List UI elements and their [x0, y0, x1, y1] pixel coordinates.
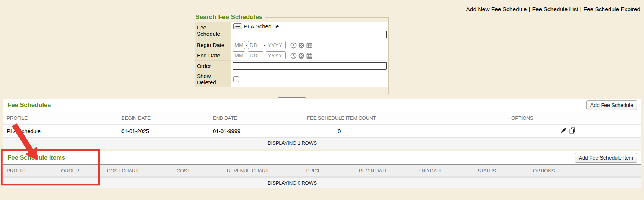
fee-schedule-table-row[interactable]: PLA Schedule 01-01-2025 01-01-9999 0	[3, 124, 641, 138]
add-new-fee-schedule-link[interactable]: Add New Fee Schedule	[466, 6, 527, 12]
cell-end-date: 01-01-9999	[209, 124, 303, 138]
end-date-month-input[interactable]	[233, 51, 245, 59]
fee-schedule-items-panel: Fee Schedule Items Add Fee Schedule Item…	[3, 151, 641, 188]
end-date-field: --	[231, 50, 388, 61]
row-option-icons	[561, 127, 575, 134]
fee-schedules-table: PROFILE BEGIN DATE END DATE FEE SCHEDULE…	[3, 112, 641, 149]
begin-date-row: Begin Date --	[195, 40, 388, 50]
fee-schedule-expired-link[interactable]: Fee Schedule Expired	[583, 6, 640, 12]
begin-date-label: Begin Date	[195, 40, 231, 50]
col-cost: COST	[153, 165, 214, 177]
begin-date-icons	[290, 42, 313, 49]
calendar-icon[interactable]	[306, 42, 313, 49]
col-price: PRICE	[281, 165, 346, 177]
search-fee-schedules-section: Search Fee Schedules Fee Schedule — PLA …	[195, 13, 389, 106]
fee-schedule-input[interactable]	[233, 31, 387, 38]
order-input[interactable]	[233, 62, 387, 70]
fee-schedules-header-row: PROFILE BEGIN DATE END DATE FEE SCHEDULE…	[3, 112, 641, 124]
fee-schedule-items-footer-row: DISPLAYING 0 ROWS	[3, 177, 641, 188]
order-label: Order	[195, 61, 231, 71]
displaying-rows-label: DISPLAYING 0 ROWS	[3, 177, 641, 188]
fee-schedules-title: Fee Schedules	[7, 101, 51, 109]
col-profile: PROFILE	[3, 165, 48, 177]
fee-schedules-footer-row: DISPLAYING 1 ROWS	[3, 138, 641, 149]
copy-icon[interactable]	[569, 127, 575, 134]
col-begin-date: BEGIN DATE	[346, 165, 401, 177]
col-end-date: END DATE	[401, 165, 460, 177]
col-options: OPTIONS	[508, 112, 641, 124]
order-row: Order	[195, 61, 388, 71]
end-date-day-input[interactable]	[248, 51, 263, 59]
add-fee-schedule-item-button[interactable]: Add Fee Schedule Item	[575, 153, 637, 163]
selected-fee-schedule-tag: — PLA Schedule	[233, 23, 387, 31]
col-options: OPTIONS	[514, 165, 641, 177]
calendar-icon[interactable]	[306, 53, 313, 59]
end-date-label: End Date	[195, 50, 231, 61]
end-date-year-input[interactable]	[266, 51, 286, 59]
fee-schedule-items-table: PROFILE ORDER COST CHART COST REVENUE CH…	[3, 165, 641, 188]
col-cost-chart: COST CHART	[92, 165, 153, 177]
search-fieldset: Search Fee Schedules Fee Schedule — PLA …	[195, 13, 389, 94]
displaying-rows-label: DISPLAYING 1 ROWS	[3, 138, 641, 149]
begin-date-day-input[interactable]	[248, 41, 263, 49]
begin-date-year-input[interactable]	[266, 41, 286, 49]
date-separator: -	[264, 42, 266, 48]
col-end-date: END DATE	[209, 112, 303, 124]
fee-schedule-row: Fee Schedule — PLA Schedule	[195, 22, 388, 40]
order-field	[231, 61, 388, 71]
fee-schedule-items-title: Fee Schedule Items	[7, 154, 65, 161]
fee-schedule-items-header: Fee Schedule Items Add Fee Schedule Item	[3, 151, 641, 164]
clock-icon[interactable]	[290, 42, 297, 49]
cell-profile: PLA Schedule	[3, 124, 118, 138]
search-form-table: Fee Schedule — PLA Schedule Begin Date -…	[195, 22, 388, 87]
date-separator: -	[246, 53, 247, 59]
edit-icon[interactable]	[561, 127, 567, 134]
add-fee-schedule-button[interactable]: Add Fee Schedule	[586, 100, 637, 110]
show-deleted-checkbox[interactable]	[233, 76, 239, 82]
col-item-count: FEE SCHEDULE ITEM COUNT	[303, 112, 508, 124]
fee-schedule-field: — PLA Schedule	[231, 22, 388, 40]
col-order: ORDER	[48, 165, 92, 177]
show-deleted-field	[231, 71, 388, 87]
clock-icon[interactable]	[290, 53, 297, 59]
fee-schedule-items-header-row: PROFILE ORDER COST CHART COST REVENUE CH…	[3, 165, 641, 177]
cell-item-count: 0	[303, 124, 508, 138]
selected-fee-schedule-label: PLA Schedule	[244, 23, 279, 29]
begin-date-month-input[interactable]	[233, 41, 245, 49]
date-separator: -	[246, 42, 247, 48]
fee-schedules-header: Fee Schedules Add Fee Schedule	[3, 99, 641, 112]
clear-icon[interactable]	[298, 42, 304, 49]
search-title: Search Fee Schedules	[195, 13, 265, 21]
fee-schedule-list-link[interactable]: Fee Schedule List	[532, 6, 578, 12]
end-date-row: End Date --	[195, 50, 388, 61]
remove-tag-button[interactable]: —	[233, 23, 242, 29]
nav-separator: |	[580, 6, 581, 12]
date-separator: -	[264, 53, 266, 59]
begin-date-field: --	[231, 40, 388, 50]
nav-separator: |	[528, 6, 530, 12]
show-deleted-label: Show Deleted	[195, 71, 231, 87]
show-deleted-row: Show Deleted	[195, 71, 388, 87]
col-begin-date: BEGIN DATE	[118, 112, 209, 124]
top-nav: Add New Fee Schedule|Fee Schedule List|F…	[466, 6, 640, 13]
fee-schedule-page: { "colors": { "page_bg": "#f5eedc", "acc…	[0, 0, 644, 200]
cell-begin-date: 01-01-2025	[118, 124, 209, 138]
col-status: STATUS	[460, 165, 514, 177]
cell-options	[508, 124, 641, 138]
fee-schedules-panel: Fee Schedules Add Fee Schedule PROFILE B…	[3, 99, 641, 149]
col-revenue-chart: REVENUE CHART	[214, 165, 281, 177]
col-profile: PROFILE	[3, 112, 118, 124]
fee-schedule-label: Fee Schedule	[195, 22, 231, 40]
clear-icon[interactable]	[298, 53, 304, 59]
end-date-icons	[290, 53, 313, 59]
